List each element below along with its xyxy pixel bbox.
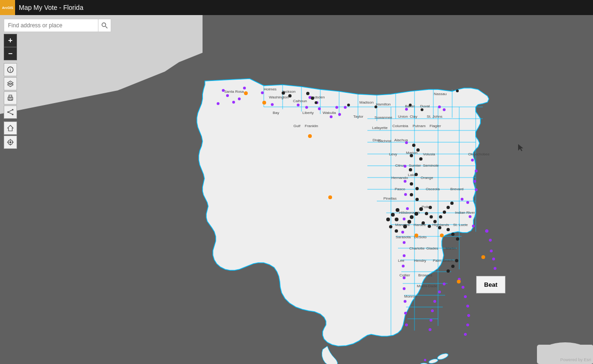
app-icon: ArcGIS	[0, 0, 15, 15]
svg-text:Hamilton: Hamilton	[376, 102, 391, 106]
svg-text:Okeechobee: Okeechobee	[468, 152, 490, 156]
svg-marker-116	[8, 125, 13, 131]
svg-text:Brevard: Brevard	[450, 187, 463, 191]
svg-text:Duval: Duval	[420, 104, 430, 108]
svg-text:Clay: Clay	[410, 114, 417, 119]
svg-text:Glades: Glades	[426, 246, 438, 251]
svg-text:Holmes: Holmes	[264, 87, 276, 91]
svg-text:St. Johns: St. Johns	[427, 114, 442, 119]
app-icon-label: ArcGIS	[2, 6, 13, 9]
svg-point-102	[102, 23, 106, 27]
svg-text:Hillsborough: Hillsborough	[399, 210, 420, 215]
svg-text:Marion: Marion	[406, 151, 417, 155]
svg-text:Hendry: Hendry	[414, 259, 426, 263]
svg-text:Pasco: Pasco	[395, 187, 406, 191]
title-bar: ArcGIS Map My Vote - Florida	[0, 0, 593, 15]
svg-text:Hernando: Hernando	[391, 176, 408, 180]
svg-text:Sarasota: Sarasota	[396, 235, 411, 239]
toolbar: + − i	[4, 19, 111, 149]
zoom-out-button[interactable]: −	[4, 47, 17, 60]
svg-text:Santa Rosa: Santa Rosa	[224, 89, 244, 94]
svg-rect-110	[9, 99, 12, 100]
print-button[interactable]	[4, 91, 17, 105]
svg-text:Bay: Bay	[273, 111, 279, 115]
svg-text:DeSoto: DeSoto	[414, 235, 427, 239]
svg-text:Volusia: Volusia	[423, 152, 435, 156]
svg-text:Palm Beach: Palm Beach	[433, 259, 453, 263]
esri-attribution: Powered by Esri	[560, 357, 591, 362]
app-title: Map My Vote - Florida	[19, 4, 83, 11]
svg-text:i: i	[10, 68, 11, 73]
svg-line-115	[8, 112, 13, 114]
svg-text:Lee: Lee	[398, 259, 405, 263]
svg-text:Liberty: Liberty	[302, 111, 314, 115]
svg-text:Osceola: Osceola	[426, 187, 440, 191]
svg-text:Pinellas: Pinellas	[383, 196, 397, 201]
svg-text:Madison: Madison	[359, 100, 374, 105]
svg-text:Lafayette: Lafayette	[372, 126, 388, 130]
search-input[interactable]	[4, 19, 98, 32]
locate-icon	[7, 139, 14, 146]
icon-toolbar: i	[4, 63, 111, 119]
svg-text:Gulf: Gulf	[293, 124, 301, 128]
search-button[interactable]	[98, 19, 111, 32]
svg-text:Calhoun: Calhoun	[293, 99, 307, 103]
svg-text:Union: Union	[398, 114, 408, 119]
svg-text:Nassau: Nassau	[434, 92, 447, 96]
svg-text:Indian River: Indian River	[455, 210, 475, 215]
home-icon	[7, 125, 14, 131]
svg-text:Citrus: Citrus	[395, 163, 405, 168]
svg-text:Polk: Polk	[422, 205, 430, 209]
svg-text:Levy: Levy	[389, 152, 397, 156]
svg-text:Columbia: Columbia	[392, 124, 408, 128]
search-row	[4, 19, 111, 32]
svg-text:Lake: Lake	[408, 173, 416, 177]
info-icon: i	[7, 66, 14, 73]
svg-text:Jackson: Jackson	[282, 89, 295, 94]
svg-line-103	[106, 26, 107, 28]
svg-line-114	[8, 110, 13, 112]
legend-box: Beat	[476, 276, 505, 293]
svg-point-118	[9, 141, 11, 143]
svg-text:Gilchrist: Gilchrist	[378, 139, 392, 143]
svg-text:Gadsden: Gadsden	[309, 95, 325, 99]
svg-text:Taylor: Taylor	[353, 114, 364, 119]
svg-text:Manatee: Manatee	[395, 223, 410, 227]
gps-button[interactable]	[4, 136, 17, 149]
svg-text:St. Lucie: St. Lucie	[453, 223, 468, 227]
svg-text:Putnam: Putnam	[413, 124, 426, 128]
svg-text:Miami-Dade: Miami-Dade	[417, 284, 438, 288]
svg-text:Broward: Broward	[418, 273, 432, 277]
search-icon	[101, 22, 108, 29]
layers-button[interactable]	[4, 77, 17, 90]
info-button[interactable]: i	[4, 63, 17, 76]
svg-text:Flagler: Flagler	[430, 124, 441, 128]
nav-buttons	[4, 121, 111, 149]
svg-text:Charlotte: Charlotte	[409, 246, 425, 251]
share-icon	[7, 109, 14, 115]
print-icon	[7, 95, 14, 101]
svg-text:Monroe: Monroe	[404, 294, 417, 299]
home-button[interactable]	[4, 121, 17, 135]
layers-icon	[7, 81, 14, 87]
zoom-controls: + −	[4, 34, 111, 60]
beat-label: Beat	[484, 281, 497, 288]
svg-text:Wakulla: Wakulla	[323, 111, 336, 115]
zoom-in-button[interactable]: +	[4, 34, 17, 47]
share-button[interactable]	[4, 105, 17, 119]
svg-text:Seminole: Seminole	[423, 163, 439, 168]
svg-text:Washington: Washington	[269, 95, 289, 99]
svg-text:Sumter: Sumter	[409, 163, 421, 168]
svg-text:Collier: Collier	[399, 273, 410, 277]
svg-text:Highlands: Highlands	[432, 223, 449, 227]
svg-text:Martin: Martin	[446, 246, 456, 251]
svg-text:Alachua: Alachua	[394, 138, 408, 142]
svg-text:Hardee: Hardee	[414, 223, 426, 227]
map-container[interactable]: Santa Rosa Holmes Jackson Washington Cal…	[0, 15, 593, 364]
svg-text:Baker: Baker	[405, 104, 415, 108]
svg-text:Suwannee: Suwannee	[374, 115, 392, 120]
svg-text:Franklin: Franklin	[305, 124, 318, 128]
svg-text:Orange: Orange	[421, 176, 433, 180]
